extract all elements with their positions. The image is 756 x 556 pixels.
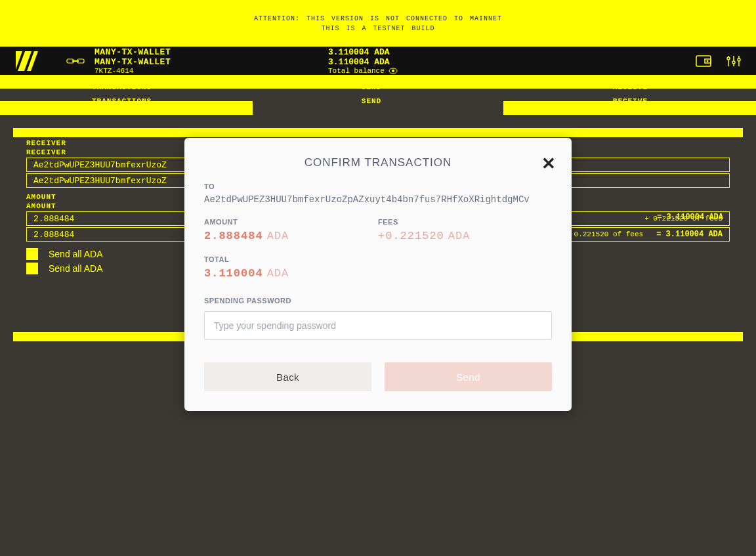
- tab-send[interactable]: SEND: [253, 83, 503, 91]
- tab-transactions[interactable]: TRANSACTIONS: [0, 83, 253, 91]
- modal-title: CONFIRM TRANSACTION: [204, 156, 552, 169]
- svg-point-16: [738, 58, 740, 61]
- svg-point-10: [707, 60, 709, 62]
- warning-banner: ATTENTION: THIS VERSION IS NOT CONNECTED…: [0, 0, 756, 47]
- accent-left: [0, 101, 253, 115]
- send-all-checkbox-2[interactable]: [26, 263, 38, 274]
- total-value: 3.110004ADA: [204, 267, 552, 280]
- fees-num: +0.221520: [378, 230, 444, 242]
- accent-right: [503, 101, 756, 115]
- balance-1: 3.110004 ADA: [328, 47, 651, 57]
- balance-2: 3.110004 ADA: [328, 57, 651, 67]
- wallet-short-id: 7KTZ-4614: [94, 67, 328, 75]
- chain-icon: [66, 57, 85, 65]
- wallet-name-2: MANY-TX-WALLET: [94, 57, 328, 67]
- banner-line-2: THIS IS A TESTNET BUILD: [321, 25, 434, 32]
- wallet-icon[interactable]: [694, 52, 713, 70]
- spending-password-input[interactable]: [204, 311, 552, 340]
- total-text-2: = 3.110004 ADA: [657, 213, 723, 222]
- send-all-checkbox-1[interactable]: [26, 248, 38, 260]
- amount-unit: ADA: [267, 230, 289, 242]
- receiver-value-1: Ae2tdPwUPEZ3HUU7bmfexrUzoZ: [33, 160, 167, 170]
- amount-value-2: 2.888484: [33, 230, 74, 240]
- tab-row-1: TRANSACTIONS SEND RECEIVE: [0, 83, 756, 91]
- send-button[interactable]: Send: [385, 362, 552, 391]
- total-balance-label: Total balance: [328, 67, 385, 75]
- amount-value: 2.888484ADA: [204, 230, 378, 242]
- svg-rect-8: [696, 56, 711, 66]
- amount-num: 2.888484: [204, 230, 263, 242]
- banner-line-1: ATTENTION: THIS VERSION IS NOT CONNECTED…: [254, 15, 502, 22]
- wallet-name-1: MANY-TX-WALLET: [94, 47, 328, 57]
- total-text-1: = 3.110004 ADA: [656, 230, 723, 239]
- eye-icon[interactable]: [388, 68, 398, 74]
- amount-label: AMOUNT: [204, 218, 378, 226]
- tab-send-2[interactable]: SEND: [253, 97, 503, 105]
- fees-text-2: + 0.221520 of fees: [565, 230, 643, 238]
- to-address: Ae2tdPwUPEZ3HUU7bmfexrUzoZpAZxuyt4b4bn7f…: [204, 194, 552, 205]
- spending-password-label: SPENDING PASSWORD: [204, 297, 552, 305]
- panel-top-strip: [13, 128, 743, 137]
- fees-value: +0.221520ADA: [378, 230, 552, 242]
- wallet-topbar: MANY-TX-WALLET MANY-TX-WALLET 7KTZ-4614 …: [0, 47, 756, 75]
- confirm-transaction-modal: CONFIRM TRANSACTION ✕ TO Ae2tdPwUPEZ3HUU…: [184, 138, 572, 411]
- to-label: TO: [204, 182, 552, 190]
- svg-point-7: [392, 70, 394, 72]
- svg-point-15: [732, 61, 735, 64]
- app-logo: [0, 47, 66, 75]
- send-all-label-1: Send all ADA: [49, 249, 103, 259]
- back-button[interactable]: Back: [204, 362, 371, 391]
- tab-receive[interactable]: RECEIVE: [503, 83, 756, 91]
- close-icon[interactable]: ✕: [541, 155, 556, 172]
- receiver-value-2: Ae2tdPwUPEZ3HUU7bmfexrUzoZ: [33, 176, 167, 186]
- settings-icon[interactable]: [724, 52, 743, 70]
- topbar-icons: [651, 52, 756, 70]
- amount-value-1: 2.888484: [33, 214, 74, 224]
- total-num: 3.110004: [204, 267, 263, 280]
- fees-label: FEES: [378, 218, 552, 226]
- svg-point-14: [727, 57, 730, 60]
- balance-column: 3.110004 ADA 3.110004 ADA Total balance: [328, 47, 651, 75]
- total-label: TOTAL: [204, 255, 552, 263]
- wallet-name-column: MANY-TX-WALLET MANY-TX-WALLET 7KTZ-4614: [85, 47, 328, 75]
- fees-unit: ADA: [448, 230, 471, 242]
- svg-rect-5: [72, 60, 79, 62]
- total-unit: ADA: [267, 267, 289, 280]
- send-all-label-2: Send all ADA: [49, 263, 103, 274]
